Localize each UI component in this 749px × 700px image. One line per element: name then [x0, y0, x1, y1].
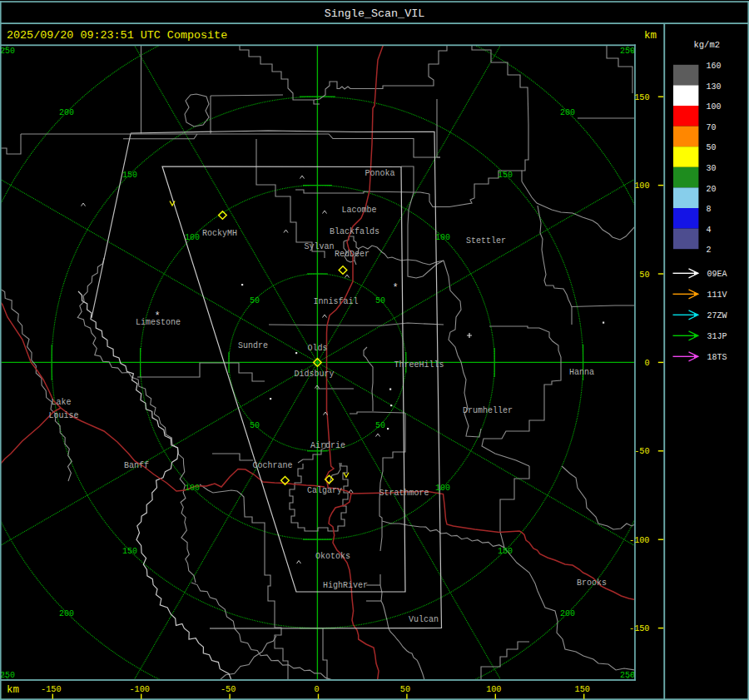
svg-text:Hanna: Hanna [569, 368, 594, 377]
svg-text:50: 50 [400, 685, 410, 694]
svg-text:100: 100 [185, 484, 200, 493]
svg-text:150: 150 [575, 685, 590, 694]
svg-text:-150: -150 [629, 624, 649, 633]
svg-text:150: 150 [122, 171, 137, 180]
svg-text:50: 50 [707, 143, 717, 152]
svg-text:100: 100 [185, 233, 200, 242]
svg-text:2: 2 [707, 246, 712, 255]
svg-text:50: 50 [639, 271, 649, 280]
svg-text:*: * [392, 282, 398, 294]
svg-text:Innisfail: Innisfail [313, 297, 358, 306]
svg-text:RockyMH: RockyMH [202, 229, 237, 238]
svg-text:km: km [644, 30, 657, 42]
svg-text:250: 250 [620, 671, 635, 680]
svg-text:Ponoka: Ponoka [365, 169, 394, 178]
svg-text:50: 50 [375, 421, 385, 430]
svg-text:50: 50 [250, 296, 260, 305]
svg-text:30: 30 [707, 164, 717, 173]
svg-text:200: 200 [560, 108, 575, 117]
svg-text:100: 100 [435, 233, 450, 242]
svg-text:100: 100 [707, 102, 722, 112]
svg-text:Sundre: Sundre [238, 341, 268, 350]
svg-text:Lake: Lake [51, 398, 71, 407]
svg-text:200: 200 [59, 609, 74, 618]
svg-text:09EA: 09EA [707, 270, 727, 279]
svg-text:200: 200 [560, 609, 575, 618]
svg-text:250: 250 [0, 47, 15, 56]
svg-text:50: 50 [375, 296, 385, 305]
svg-text:Cochrane: Cochrane [252, 461, 292, 470]
svg-text:Stettler: Stettler [466, 236, 506, 246]
svg-text:250: 250 [620, 47, 635, 56]
svg-text:150: 150 [122, 547, 137, 556]
svg-text:31JP: 31JP [707, 332, 727, 341]
svg-text:8: 8 [707, 205, 712, 214]
svg-text:27ZW: 27ZW [707, 311, 727, 320]
svg-text:Banff: Banff [124, 461, 149, 470]
svg-text:100: 100 [435, 484, 450, 493]
svg-text:50: 50 [250, 421, 260, 430]
svg-text:-50: -50 [221, 685, 236, 694]
svg-text:km: km [7, 684, 19, 696]
svg-text:150: 150 [634, 93, 649, 102]
svg-text:-150: -150 [41, 685, 61, 694]
svg-text:250: 250 [0, 671, 15, 680]
svg-text:Single_Scan_VIL: Single_Scan_VIL [325, 7, 425, 20]
svg-text:Airdrie: Airdrie [310, 441, 345, 450]
svg-text:kg/m2: kg/m2 [694, 40, 721, 50]
svg-text:20: 20 [707, 185, 717, 194]
svg-text:Olds: Olds [307, 344, 327, 353]
svg-text:-100: -100 [629, 536, 649, 545]
svg-text:Didsbury: Didsbury [294, 370, 334, 379]
svg-text:ThreeHills: ThreeHills [394, 360, 444, 370]
svg-text:-50: -50 [634, 447, 649, 456]
svg-text:18TS: 18TS [707, 353, 727, 362]
svg-text:111V: 111V [707, 290, 727, 300]
svg-text:Brooks: Brooks [577, 578, 607, 588]
svg-text:0: 0 [644, 359, 649, 368]
svg-text:Louise: Louise [48, 411, 78, 420]
svg-text:200: 200 [59, 108, 74, 117]
svg-text:Lacombe: Lacombe [341, 206, 376, 215]
svg-text:Sylvan: Sylvan [304, 242, 334, 251]
svg-text:-100: -100 [129, 685, 149, 694]
svg-text:HighRiver: HighRiver [323, 581, 368, 590]
svg-text:Strathmore: Strathmore [379, 489, 429, 498]
svg-text:Drumheller: Drumheller [463, 406, 513, 415]
svg-text:70: 70 [707, 123, 717, 132]
svg-text:2025/09/20 09:23:51 UTC Compos: 2025/09/20 09:23:51 UTC Composite [7, 29, 227, 42]
svg-text:100: 100 [634, 181, 649, 191]
svg-text:160: 160 [707, 62, 722, 71]
svg-text:4: 4 [707, 226, 712, 235]
svg-text:100: 100 [486, 685, 501, 694]
svg-text:Blackfalds: Blackfalds [330, 227, 379, 236]
svg-text:Okotoks: Okotoks [315, 552, 350, 561]
svg-text:RedDeer: RedDeer [335, 250, 370, 259]
svg-text:0: 0 [314, 685, 319, 694]
svg-text:Vulcan: Vulcan [409, 615, 439, 624]
svg-text:150: 150 [498, 547, 513, 556]
svg-text:150: 150 [498, 171, 513, 180]
svg-text:130: 130 [707, 82, 722, 92]
svg-text:*: * [154, 310, 160, 322]
svg-text:Calgary: Calgary [307, 486, 342, 495]
